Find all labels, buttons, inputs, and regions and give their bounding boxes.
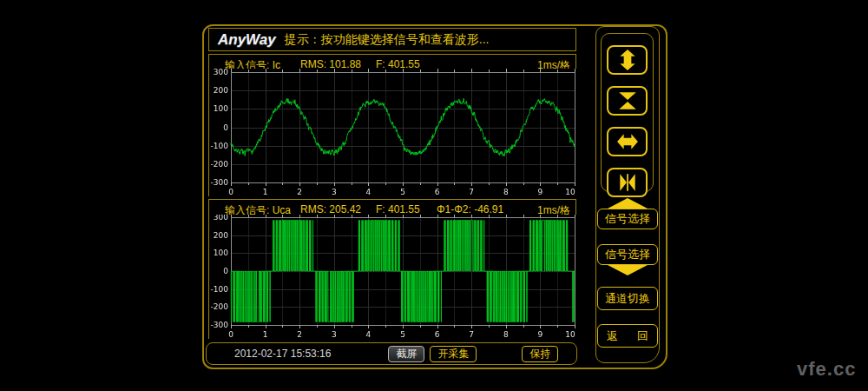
waveform-panel-uca: 输入信号: Uca RMS: 205.42 F: 401.55 Φ1-Φ2: -… (208, 199, 576, 339)
signal-select-up-button[interactable]: 信号选择 (597, 198, 658, 229)
signal-select-down-button[interactable]: 信号选择 (597, 244, 658, 275)
status-bar: 2012-02-17 15:53:16 截屏 开采集 保持 (206, 342, 577, 365)
expand-horizontal-icon (616, 130, 639, 153)
hint-text: 提示：按功能键选择信号和查看波形... (285, 32, 490, 48)
frequency-value: F: 401.55 (376, 203, 420, 215)
waveform-panel-ic: 输入信号: Ic RMS: 101.88 F: 401.55 1ms/格 (208, 54, 576, 196)
signal-select-down-label: 信号选择 (597, 244, 658, 265)
anyway-logo: AnyWay (218, 31, 276, 49)
compress-horizontal-button[interactable] (607, 168, 648, 197)
expand-vertical-icon (616, 49, 639, 71)
compress-vertical-button[interactable] (607, 86, 648, 116)
hold-button[interactable]: 保持 (522, 346, 558, 362)
header-bar: AnyWay 提示：按功能键选择信号和查看波形... (208, 28, 576, 51)
return-label-right: 回 (637, 325, 648, 347)
compress-horizontal-icon (616, 171, 639, 194)
sidebar: 信号选择 信号选择 通道切换 返 回 (595, 26, 660, 363)
channel-switch-button[interactable]: 通道切换 (597, 287, 658, 310)
triangle-up-icon (608, 198, 648, 209)
rms-value: RMS: 205.42 (300, 203, 361, 215)
screenshot-button[interactable]: 截屏 (388, 346, 424, 362)
ic-waveform-chart (209, 69, 577, 197)
compress-vertical-icon (616, 89, 639, 112)
triangle-down-icon (608, 265, 648, 275)
expand-vertical-button[interactable] (607, 45, 648, 75)
instrument-panel: AnyWay 提示：按功能键选择信号和查看波形... 输入信号: Ic RMS:… (202, 24, 667, 369)
start-acquisition-button[interactable]: 开采集 (430, 346, 477, 362)
return-label-left: 返 (607, 325, 618, 347)
uca-waveform-chart (209, 215, 577, 340)
zoom-button-group (601, 33, 654, 192)
expand-horizontal-button[interactable] (607, 127, 648, 156)
signal-select-up-label: 信号选择 (597, 209, 658, 229)
phase-value: Φ1-Φ2: -46.91 (437, 203, 503, 215)
timestamp: 2012-02-17 15:53:16 (234, 348, 331, 360)
watermark: vfe.cc (797, 358, 856, 381)
return-button[interactable]: 返 回 (597, 324, 658, 348)
